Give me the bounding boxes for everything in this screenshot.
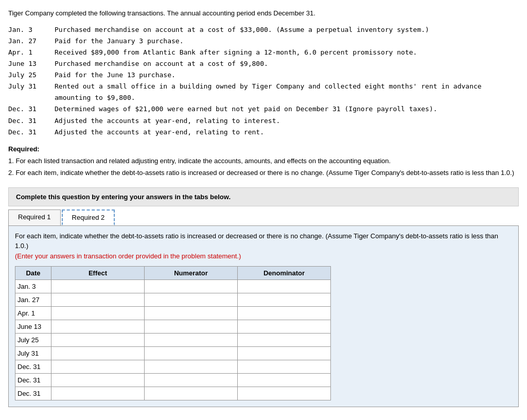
cell-denominator[interactable] [238, 334, 331, 347]
transaction-date: July 25 [8, 69, 55, 81]
cell-numerator[interactable] [145, 320, 238, 334]
input-numerator[interactable] [148, 323, 234, 330]
cell-numerator[interactable] [145, 360, 238, 374]
input-denominator[interactable] [241, 296, 327, 304]
table-row: Dec. 31 [15, 387, 331, 400]
tab-description-red: (Enter your answers in transaction order… [15, 252, 241, 260]
input-effect[interactable] [55, 309, 141, 317]
input-effect[interactable] [55, 376, 141, 384]
cell-denominator[interactable] [238, 347, 331, 360]
intro-paragraph: Tiger Company completed the following tr… [8, 8, 519, 19]
transaction-date: July 31 [8, 81, 55, 92]
cell-effect[interactable] [51, 334, 145, 347]
input-denominator[interactable] [241, 349, 327, 357]
transaction-row: Jan. 3Purchased merchandise on account a… [8, 24, 519, 36]
transactions-list: Jan. 3Purchased merchandise on account a… [8, 24, 519, 138]
cell-numerator[interactable] [145, 307, 238, 320]
tab-required-2[interactable]: Required 2 [62, 209, 115, 225]
transaction-date: Apr. 1 [8, 47, 55, 58]
transaction-row: July 31Rented out a small office in a bu… [8, 81, 519, 92]
input-denominator[interactable] [241, 390, 327, 397]
cell-numerator[interactable] [145, 374, 238, 387]
cell-denominator[interactable] [238, 293, 331, 307]
input-numerator[interactable] [148, 363, 234, 371]
transaction-text: Determined wages of $21,000 were earned … [55, 103, 519, 115]
transaction-text: Rented out a small office in a building … [55, 81, 519, 92]
cell-effect[interactable] [51, 360, 145, 374]
transaction-text: Paid for the January 3 purchase. [55, 36, 519, 47]
cell-effect[interactable] [51, 293, 145, 307]
cell-denominator[interactable] [238, 360, 331, 374]
input-denominator[interactable] [241, 283, 327, 290]
cell-date: Dec. 31 [15, 387, 51, 400]
input-denominator[interactable] [241, 376, 327, 384]
input-effect[interactable] [55, 323, 141, 330]
input-effect[interactable] [55, 363, 141, 371]
numbered-items: 1. For each listed transaction and relat… [8, 156, 519, 178]
transaction-row: June 13Purchased merchandise on account … [8, 58, 519, 69]
numbered-item: 1. For each listed transaction and relat… [8, 156, 519, 166]
cell-effect[interactable] [51, 347, 145, 360]
transaction-row: Dec. 31Determined wages of $21,000 were … [8, 103, 519, 115]
cell-numerator[interactable] [145, 334, 238, 347]
cell-date: Apr. 1 [15, 307, 51, 320]
input-denominator[interactable] [241, 336, 327, 344]
input-numerator[interactable] [148, 296, 234, 304]
cell-effect[interactable] [51, 280, 145, 293]
transaction-date: June 13 [8, 58, 55, 69]
complete-banner: Complete this question by entering your … [8, 187, 519, 206]
cell-denominator[interactable] [238, 387, 331, 400]
transaction-text: Received $89,000 from Atlantic Bank afte… [55, 47, 519, 58]
table-row: July 25 [15, 334, 331, 347]
cell-denominator[interactable] [238, 320, 331, 334]
numbered-item: 2. For each item, indicate whether the d… [8, 168, 519, 178]
table-row: Dec. 31 [15, 374, 331, 387]
tab-required-1[interactable]: Required 1 [8, 209, 61, 225]
transaction-row: amounting to $9,800. [8, 92, 519, 103]
input-effect[interactable] [55, 336, 141, 344]
input-numerator[interactable] [148, 349, 234, 357]
tab2-content: For each item, indicate whether the debt… [8, 226, 519, 408]
input-effect[interactable] [55, 283, 141, 290]
transaction-text: Purchased merchandise on account at a co… [55, 58, 519, 69]
input-denominator[interactable] [241, 309, 327, 317]
cell-effect[interactable] [51, 320, 145, 334]
cell-numerator[interactable] [145, 280, 238, 293]
table-header-date: Date [15, 267, 51, 280]
cell-numerator[interactable] [145, 387, 238, 400]
input-effect[interactable] [55, 390, 141, 397]
transaction-text: Purchased merchandise on account at a co… [55, 24, 519, 36]
cell-numerator[interactable] [145, 293, 238, 307]
table-header-numerator: Numerator [145, 267, 238, 280]
cell-date: Dec. 31 [15, 374, 51, 387]
input-numerator[interactable] [148, 336, 234, 344]
table-header-effect: Effect [51, 267, 145, 280]
cell-effect[interactable] [51, 374, 145, 387]
transaction-date: Dec. 31 [8, 127, 55, 138]
tab-description: For each item, indicate whether the debt… [15, 231, 512, 261]
cell-effect[interactable] [51, 387, 145, 400]
required-label: Required: [8, 145, 519, 153]
transaction-row: Jan. 27Paid for the January 3 purchase. [8, 36, 519, 47]
cell-denominator[interactable] [238, 307, 331, 320]
cell-effect[interactable] [51, 307, 145, 320]
transaction-row: July 25Paid for the June 13 purchase. [8, 69, 519, 81]
input-numerator[interactable] [148, 376, 234, 384]
input-effect[interactable] [55, 349, 141, 357]
table-row: Jan. 27 [15, 293, 331, 307]
input-denominator[interactable] [241, 323, 327, 330]
input-numerator[interactable] [148, 309, 234, 317]
table-header-row: DateEffectNumeratorDenominator [15, 267, 331, 280]
cell-numerator[interactable] [145, 347, 238, 360]
input-effect[interactable] [55, 296, 141, 304]
input-numerator[interactable] [148, 390, 234, 397]
table-row: June 13 [15, 320, 331, 334]
cell-denominator[interactable] [238, 280, 331, 293]
input-denominator[interactable] [241, 363, 327, 371]
cell-date: July 31 [15, 347, 51, 360]
transaction-date: Jan. 3 [8, 24, 55, 36]
cell-denominator[interactable] [238, 374, 331, 387]
input-numerator[interactable] [148, 283, 234, 290]
cell-date: Jan. 27 [15, 293, 51, 307]
tabs-container: Complete this question by entering your … [8, 187, 519, 408]
